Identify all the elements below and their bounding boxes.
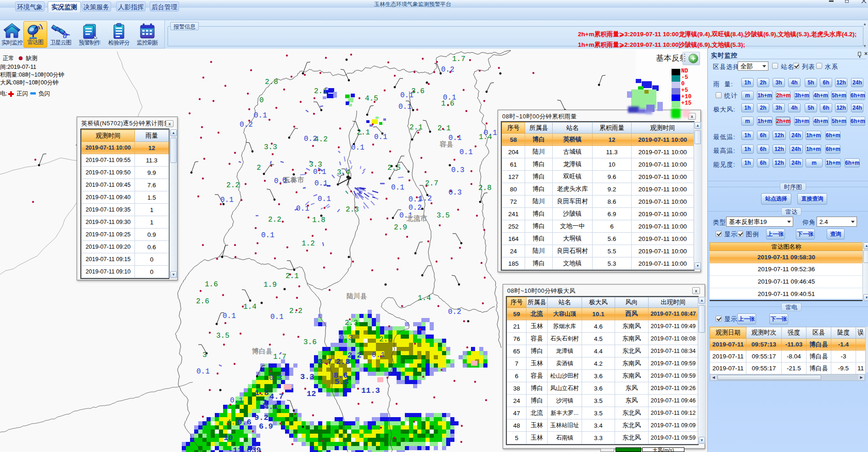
svg-text:4.1: 4.1 (264, 402, 278, 411)
svg-text:玉林市: 玉林市 (283, 176, 304, 184)
svg-text:2.1: 2.1 (409, 123, 423, 132)
svg-text:0.3: 0.3 (448, 189, 462, 197)
svg-text:9.2: 9.2 (254, 413, 269, 422)
svg-text:3.7: 3.7 (318, 357, 332, 366)
svg-text:正闪: 正闪 (17, 90, 28, 97)
svg-text:0.2: 0.2 (448, 308, 461, 316)
svg-text:2.1: 2.1 (437, 124, 451, 133)
svg-text:2.6: 2.6 (196, 297, 209, 306)
svg-text:4.5: 4.5 (365, 95, 378, 103)
svg-text:电:: 电: (0, 90, 7, 97)
svg-text:1.7: 1.7 (273, 353, 286, 361)
svg-text:负闪: 负闪 (39, 90, 50, 97)
svg-text:陆川县: 陆川县 (347, 292, 367, 300)
svg-text:0.1: 0.1 (391, 184, 404, 192)
svg-text:6.9: 6.9 (259, 422, 273, 431)
svg-text:1.4: 1.4 (243, 303, 257, 311)
svg-text:1.6: 1.6 (205, 280, 218, 289)
svg-text:大风:08时~10时00分钟: 大风:08时~10时00分钟 (0, 79, 58, 86)
svg-text:0.1: 0.1 (230, 396, 243, 405)
svg-text:0.1: 0.1 (220, 196, 234, 204)
svg-text:10: 10 (224, 434, 233, 442)
svg-text:2.3: 2.3 (345, 319, 358, 327)
svg-text:3: 3 (202, 351, 207, 359)
svg-text:4.7: 4.7 (269, 392, 284, 401)
svg-text:1.4: 1.4 (418, 294, 431, 302)
svg-text:0.1: 0.1 (196, 368, 210, 376)
svg-text:2.2: 2.2 (268, 216, 281, 224)
svg-text:0.1: 0.1 (254, 112, 267, 120)
svg-text:博白县: 博白县 (252, 347, 273, 355)
svg-text:0.2: 0.2 (240, 121, 253, 129)
svg-text:0.1: 0.1 (351, 144, 364, 152)
svg-text:0.1: 0.1 (400, 91, 414, 100)
svg-text:0.1: 0.1 (261, 231, 274, 240)
svg-text:0.2: 0.2 (409, 204, 422, 212)
svg-text:0.1: 0.1 (313, 168, 326, 176)
svg-text:2: 2 (257, 164, 261, 172)
svg-text:2.8: 2.8 (336, 357, 350, 366)
svg-text:0.1: 0.1 (459, 148, 473, 156)
svg-text:2.8: 2.8 (478, 184, 492, 192)
svg-text:12: 12 (307, 390, 316, 398)
svg-text:1.7: 1.7 (452, 55, 465, 63)
svg-text:积雨量:08时~10时00分钟: 积雨量:08时~10时00分钟 (0, 72, 64, 78)
svg-text:缺测: 缺测 (26, 55, 37, 61)
svg-text:3.3: 3.3 (264, 143, 277, 151)
svg-text:3.5: 3.5 (437, 212, 450, 220)
svg-text:11.3: 11.3 (361, 386, 380, 395)
svg-text:0.1: 0.1 (223, 312, 236, 320)
svg-text:0.3: 0.3 (340, 334, 353, 342)
svg-text:2.5: 2.5 (387, 164, 401, 172)
svg-text:北流市: 北流市 (406, 215, 427, 222)
svg-text:间:2019-07-11: 间:2019-07-11 (0, 64, 36, 70)
svg-text:2.2: 2.2 (289, 307, 302, 315)
svg-text:0.1: 0.1 (398, 103, 412, 111)
svg-text:2.7: 2.7 (425, 179, 438, 188)
svg-text:2.9: 2.9 (394, 223, 407, 232)
svg-text:1.8: 1.8 (255, 389, 269, 397)
svg-text:0.2: 0.2 (441, 66, 454, 74)
svg-text:0.1: 0.1 (443, 94, 456, 102)
svg-text:2.3: 2.3 (346, 206, 359, 214)
svg-text:3.3: 3.3 (300, 373, 314, 381)
svg-text:0.1: 0.1 (409, 195, 422, 204)
svg-text:0.3: 0.3 (451, 166, 465, 174)
svg-text:0: 0 (259, 96, 264, 105)
svg-text:0.1: 0.1 (270, 313, 284, 321)
svg-text:9.6: 9.6 (237, 418, 252, 427)
svg-text:0.1: 0.1 (372, 351, 385, 359)
svg-text:0.1: 0.1 (314, 179, 328, 188)
svg-text:5.3: 5.3 (335, 378, 349, 386)
svg-text:容县: 容县 (439, 140, 454, 148)
svg-text:1.8: 1.8 (312, 216, 325, 224)
svg-text:3.5: 3.5 (216, 332, 230, 340)
svg-text:0.3: 0.3 (269, 374, 282, 382)
svg-text:0.1: 0.1 (484, 129, 497, 137)
svg-text:G: G (63, 33, 67, 39)
svg-text:2.8: 2.8 (265, 78, 278, 86)
svg-text:2.6: 2.6 (379, 335, 392, 344)
svg-text:0.1: 0.1 (318, 195, 331, 203)
svg-text:3.4: 3.4 (337, 168, 350, 177)
svg-text:0.2: 0.2 (304, 135, 317, 143)
svg-text:0.1: 0.1 (374, 133, 387, 141)
svg-text:正常: 正常 (3, 55, 14, 61)
svg-text:3.6: 3.6 (303, 338, 317, 346)
svg-text:1.2: 1.2 (302, 240, 315, 248)
svg-text:0.1: 0.1 (296, 205, 309, 213)
svg-text:2.1: 2.1 (286, 272, 299, 280)
svg-text:1.9: 1.9 (263, 281, 277, 289)
svg-text:2.1: 2.1 (357, 128, 370, 137)
svg-text:2.2: 2.2 (226, 181, 240, 190)
svg-text:-11.039: -11.039 (228, 446, 261, 452)
svg-text:2.1: 2.1 (314, 87, 327, 95)
